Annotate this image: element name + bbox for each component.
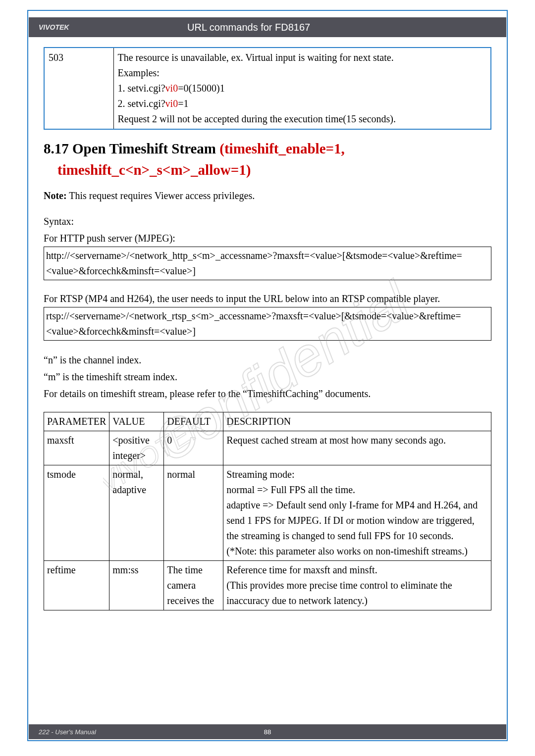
rtsp-intro: For RTSP (MP4 and H264), the user needs … [44, 290, 491, 307]
value-cell: mm:ss [109, 561, 164, 610]
section-number-title: 8.17 Open Timeshift Stream [44, 141, 219, 156]
table-header-row: PARAMETER VALUE DEFAULT DESCRIPTION [44, 412, 491, 431]
value-cell: <positive integer> [109, 431, 164, 465]
page-header: VIVOTEK URL commands for FD8167 [29, 17, 506, 37]
table-row: tsmode normal, adaptive normal Streaming… [44, 465, 491, 561]
http-syntax-box: http://<servername>/<network_http_s<m>_a… [44, 247, 491, 280]
status-desc-cell: The resource is unavailable, ex. Virtual… [113, 48, 491, 129]
param-cell: reftime [44, 561, 109, 610]
param-cell: maxsft [44, 431, 109, 465]
col-default: DEFAULT [164, 412, 223, 431]
param-cell: tsmode [44, 465, 109, 561]
status-desc-line5: Request 2 will not be accepted during th… [118, 113, 396, 124]
col-value: VALUE [109, 412, 164, 431]
status-code-cell: 503 [44, 48, 113, 129]
section-heading: 8.17 Open Timeshift Stream (timeshift_en… [44, 141, 491, 157]
syntax-label: Syntax: [44, 213, 491, 230]
example1-suffix: =0(15000)1 [178, 83, 225, 94]
desc-cell: Streaming mode: normal => Full FPS all t… [223, 465, 491, 561]
rtsp-syntax-box: rtsp://<servername>/<network_rtsp_s<m>_a… [44, 307, 491, 341]
default-cell: 0 [164, 431, 223, 465]
example1-prefix: 1. setvi.cgi? [118, 83, 165, 94]
n-index-note: “n” is the channel index. [44, 352, 491, 368]
value-cell: normal, adaptive [109, 465, 164, 561]
status-desc-line1: The resource is unavailable, ex. Virtual… [118, 52, 394, 63]
section-title-red: (timeshift_enable=1, [219, 141, 345, 156]
example2-prefix: 2. setvi.cgi? [118, 98, 165, 109]
details-note: For details on timeshift stream, please … [44, 385, 491, 402]
default-cell: The time camera receives the [164, 561, 223, 610]
desc-cell: Reference time for maxsft and minsft. (T… [223, 561, 491, 610]
section-subtitle: timeshift_c<n>_s<m>_allow=1) [57, 162, 491, 178]
status-desc-line2: Examples: [118, 67, 160, 78]
note-line: Note: This request requires Viewer acces… [44, 187, 491, 204]
default-cell: normal [164, 465, 223, 561]
brand-logo: VIVOTEK [29, 17, 187, 37]
example2-suffix: =1 [178, 98, 188, 109]
note-label: Note: [44, 190, 67, 201]
rtsp-syntax-text: rtsp://<servername>/<network_rtsp_s<m>_a… [44, 307, 491, 341]
col-description: DESCRIPTION [223, 412, 491, 431]
http-push-label: For HTTP push server (MJPEG): [44, 230, 491, 247]
example1-param: vi0 [165, 83, 178, 94]
col-parameter: PARAMETER [44, 412, 109, 431]
page-footer: 222 - User's Manual 88 [29, 724, 506, 739]
desc-cell: Request cached stream at most how many s… [223, 431, 491, 465]
note-text: This request requires Viewer access priv… [67, 190, 255, 201]
http-syntax-text: http://<servername>/<network_http_s<m>_a… [44, 247, 491, 280]
status-code-table: 503 The resource is unavailable, ex. Vir… [44, 47, 491, 130]
table-row: reftime mm:ss The time camera receives t… [44, 561, 491, 610]
m-index-note: “m” is the timeshift stream index. [44, 368, 491, 385]
table-row: maxsft <positive integer> 0 Request cach… [44, 431, 491, 465]
footer-page-number: 88 [264, 728, 271, 736]
page-content: 503 The resource is unavailable, ex. Vir… [44, 47, 491, 721]
header-title: URL commands for FD8167 [187, 22, 506, 33]
footer-left: 222 - User's Manual [39, 728, 96, 736]
parameter-table: PARAMETER VALUE DEFAULT DESCRIPTION maxs… [44, 412, 491, 610]
example2-param: vi0 [165, 98, 178, 109]
